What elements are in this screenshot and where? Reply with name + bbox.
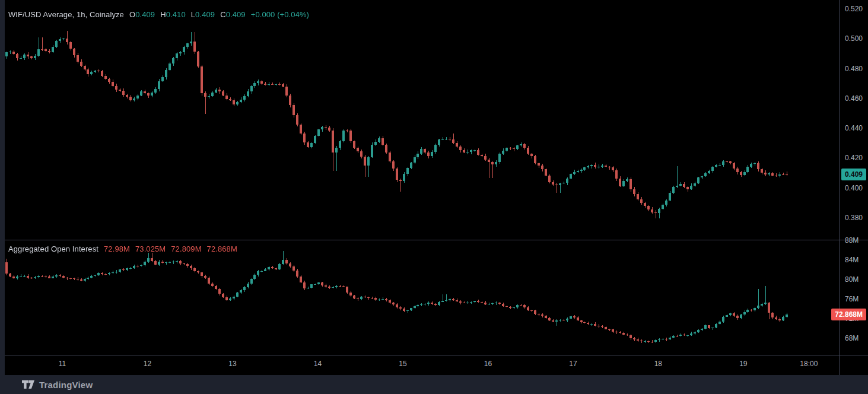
price-tick-label: 0.440 bbox=[845, 124, 863, 132]
price-tick-label: 0.400 bbox=[845, 184, 863, 192]
time-tick-label: 15 bbox=[399, 360, 406, 368]
symbol-title: WIF/USD Average, 1h, Coinalyze bbox=[8, 10, 124, 19]
price-tick-label: 0.520 bbox=[845, 5, 863, 13]
oi-value: 72.98M bbox=[104, 244, 130, 253]
ohlc-item: H0.410 bbox=[160, 10, 186, 19]
oi-tick-label: 76M bbox=[845, 295, 859, 303]
oi-legend: Aggregated Open Interest72.98M73.025M72.… bbox=[8, 244, 237, 253]
price-tick-label: 0.420 bbox=[845, 154, 863, 162]
ohlc-item: O0.409 bbox=[129, 10, 155, 19]
price-tick-label: 0.460 bbox=[845, 94, 863, 103]
time-tick-label: 19 bbox=[739, 360, 747, 368]
ohlc-item: C0.409 bbox=[220, 10, 246, 19]
price-tick-label: 0.380 bbox=[845, 214, 863, 222]
tradingview-logo-link[interactable]: TradingView bbox=[22, 380, 93, 390]
tradingview-logo-icon bbox=[22, 380, 34, 389]
open-interest-canvas[interactable] bbox=[5, 240, 840, 355]
left-margin-strip bbox=[0, 0, 5, 375]
time-tick-label: 14 bbox=[314, 360, 322, 368]
time-tick-label: 13 bbox=[228, 360, 236, 368]
oi-tick-label: 80M bbox=[845, 275, 859, 284]
ohlc-values: O0.409H0.410L0.409C0.409+0.000 (+0.04%) bbox=[124, 10, 309, 19]
oi-value: 73.025M bbox=[135, 244, 166, 253]
price-legend: WIF/USD Average, 1h, CoinalyzeO0.409H0.4… bbox=[8, 10, 309, 19]
ohlc-item: L0.409 bbox=[191, 10, 215, 19]
time-tick-label: 16 bbox=[484, 360, 492, 368]
oi-tick-label: 68M bbox=[845, 334, 859, 342]
last-price-badge: 0.409 bbox=[841, 169, 866, 180]
price-tick-label: 0.480 bbox=[845, 65, 863, 73]
time-tick-label: 18 bbox=[654, 360, 662, 368]
time-tick-label: 18:00 bbox=[800, 360, 818, 368]
time-tick-label: 11 bbox=[59, 360, 66, 368]
tradingview-brand-text: TradingView bbox=[39, 380, 93, 390]
oi-value: 72.809M bbox=[171, 244, 201, 253]
time-scale-axis[interactable] bbox=[5, 355, 840, 375]
price-tick-label: 0.500 bbox=[845, 34, 863, 43]
time-tick-label: 12 bbox=[144, 360, 151, 368]
oi-value: 72.868M bbox=[207, 244, 237, 253]
oi-tick-label: 84M bbox=[845, 256, 859, 264]
chart-window: WIF/USD Average, 1h, CoinalyzeO0.409H0.4… bbox=[0, 0, 868, 394]
oi-title: Aggregated Open Interest bbox=[8, 244, 98, 253]
last-oi-badge: 72.868M bbox=[831, 309, 866, 320]
time-tick-label: 17 bbox=[569, 360, 577, 368]
oi-ohlc-values: 72.98M73.025M72.809M72.868M bbox=[98, 244, 237, 253]
oi-tick-label: 88M bbox=[845, 236, 859, 244]
ohlc-item: +0.000 (+0.04%) bbox=[251, 10, 309, 19]
price-candlestick-canvas[interactable] bbox=[5, 0, 840, 240]
footer-bar: TradingView bbox=[0, 375, 868, 394]
panel-separator[interactable] bbox=[0, 240, 868, 240]
